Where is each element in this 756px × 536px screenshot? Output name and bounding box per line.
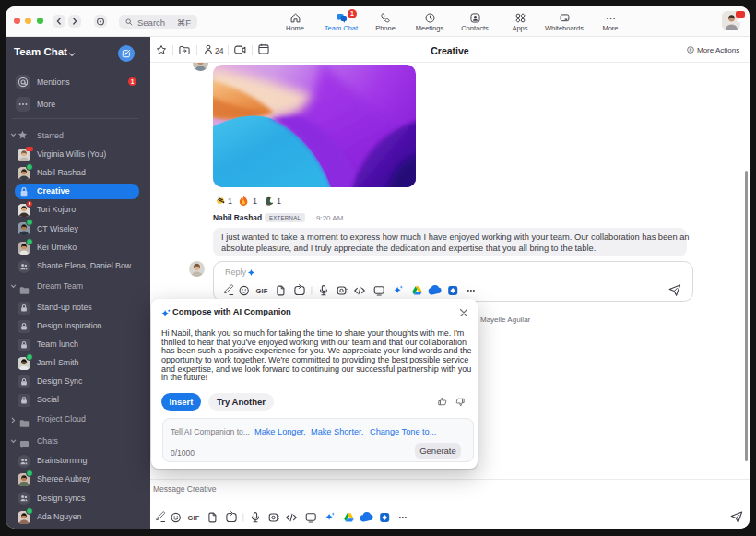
svg-text:GIF: GIF <box>187 514 199 522</box>
svg-text:GIF: GIF <box>255 287 267 295</box>
